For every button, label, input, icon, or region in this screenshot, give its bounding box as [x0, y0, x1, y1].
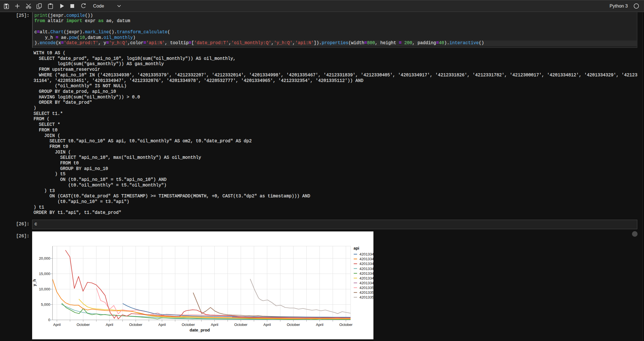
svg-text:October: October: [182, 323, 195, 327]
svg-text:4201335379: 4201335379: [359, 290, 373, 295]
svg-text:date_prod: date_prod: [190, 328, 210, 332]
svg-text:5,000: 5,000: [41, 302, 50, 307]
svg-text:Code: Code: [93, 3, 104, 8]
svg-text:4201334917: 4201334917: [359, 262, 373, 266]
svg-text:October: October: [287, 323, 300, 327]
svg-text:April: April: [263, 323, 271, 327]
svg-text:y_h: y_h: [32, 279, 37, 286]
svg-text:4201334329: 4201334329: [359, 252, 373, 256]
svg-text:October: October: [234, 323, 248, 327]
svg-text:April: April: [211, 323, 218, 327]
svg-text:October: October: [129, 323, 143, 327]
svg-text:Python 3: Python 3: [610, 3, 628, 8]
svg-text:4201334812: 4201334812: [359, 257, 373, 261]
svg-text:4201334978: 4201334978: [359, 281, 373, 285]
svg-text:15,000: 15,000: [39, 272, 50, 276]
svg-text:4201334947: 4201334947: [359, 271, 373, 276]
svg-text:4201335112: 4201335112: [359, 286, 373, 290]
svg-text:April: April: [106, 323, 113, 327]
svg-text:api: api: [354, 246, 359, 250]
svg-text:4201334930: 4201334930: [359, 267, 373, 271]
svg-text:4201335467: 4201335467: [359, 295, 373, 299]
svg-text:October: October: [339, 323, 353, 327]
svg-text:0: 0: [48, 318, 50, 322]
svg-text:4201334965: 4201334965: [359, 276, 373, 280]
svg-text:10,000: 10,000: [39, 287, 50, 291]
svg-text:April: April: [53, 323, 61, 327]
svg-text:April: April: [158, 323, 166, 327]
svg-text:October: October: [77, 323, 90, 327]
svg-text:20,000: 20,000: [39, 256, 50, 261]
svg-text:April: April: [316, 323, 323, 327]
